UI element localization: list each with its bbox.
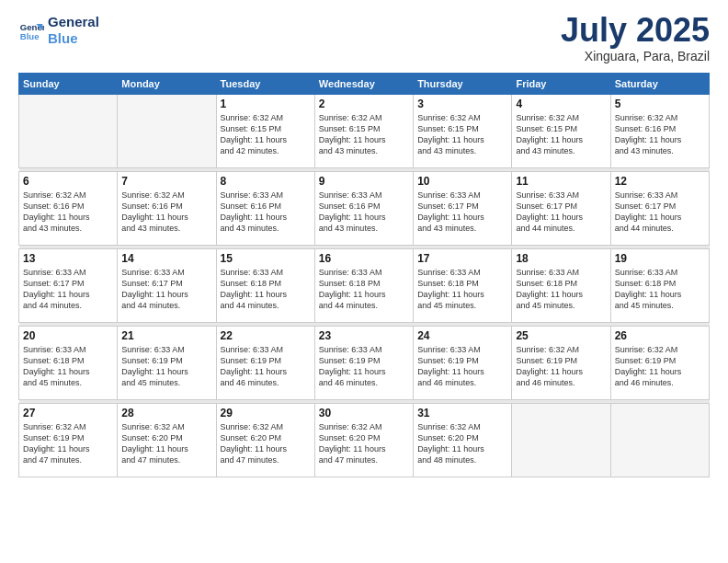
day-info: Sunrise: 6:33 AM Sunset: 6:16 PM Dayligh… [319, 190, 409, 235]
day-info: Sunrise: 6:33 AM Sunset: 6:18 PM Dayligh… [221, 267, 311, 312]
day-header: Saturday [610, 74, 709, 95]
day-info: Sunrise: 6:33 AM Sunset: 6:17 PM Dayligh… [615, 190, 705, 235]
day-number: 27 [23, 407, 113, 419]
day-number: 22 [221, 329, 311, 342]
day-info: Sunrise: 6:32 AM Sunset: 6:15 PM Dayligh… [319, 112, 409, 157]
calendar-cell: 2Sunrise: 6:32 AM Sunset: 6:15 PM Daylig… [314, 95, 413, 168]
calendar-cell: 31Sunrise: 6:32 AM Sunset: 6:20 PM Dayli… [414, 404, 512, 477]
day-header: Friday [512, 74, 610, 95]
calendar-cell [19, 95, 118, 168]
day-info: Sunrise: 6:32 AM Sunset: 6:16 PM Dayligh… [615, 112, 705, 157]
day-number: 12 [615, 175, 705, 188]
calendar-cell: 8Sunrise: 6:33 AM Sunset: 6:16 PM Daylig… [216, 172, 314, 246]
calendar-cell: 7Sunrise: 6:32 AM Sunset: 6:16 PM Daylig… [118, 172, 216, 246]
calendar-cell: 19Sunrise: 6:33 AM Sunset: 6:18 PM Dayli… [610, 249, 709, 323]
day-info: Sunrise: 6:32 AM Sunset: 6:19 PM Dayligh… [23, 421, 113, 466]
calendar-cell: 18Sunrise: 6:33 AM Sunset: 6:18 PM Dayli… [512, 249, 610, 323]
day-header: Tuesday [216, 74, 314, 95]
svg-text:Blue: Blue [20, 31, 40, 41]
calendar-cell: 24Sunrise: 6:33 AM Sunset: 6:19 PM Dayli… [414, 327, 512, 400]
day-info: Sunrise: 6:32 AM Sunset: 6:16 PM Dayligh… [121, 190, 211, 235]
calendar-cell: 13Sunrise: 6:33 AM Sunset: 6:17 PM Dayli… [19, 249, 118, 323]
day-info: Sunrise: 6:32 AM Sunset: 6:15 PM Dayligh… [516, 112, 606, 157]
day-number: 10 [417, 175, 507, 188]
day-number: 14 [121, 252, 211, 265]
day-number: 7 [121, 175, 211, 188]
calendar-cell: 9Sunrise: 6:33 AM Sunset: 6:16 PM Daylig… [314, 172, 413, 246]
day-info: Sunrise: 6:32 AM Sunset: 6:16 PM Dayligh… [23, 190, 113, 235]
calendar-cell: 21Sunrise: 6:33 AM Sunset: 6:19 PM Dayli… [118, 327, 216, 400]
day-number: 1 [221, 98, 311, 110]
day-number: 21 [121, 329, 211, 342]
calendar-cell: 22Sunrise: 6:33 AM Sunset: 6:19 PM Dayli… [216, 327, 314, 400]
calendar-cell: 5Sunrise: 6:32 AM Sunset: 6:16 PM Daylig… [610, 95, 709, 168]
day-header: Wednesday [314, 74, 413, 95]
day-info: Sunrise: 6:32 AM Sunset: 6:20 PM Dayligh… [221, 421, 311, 466]
day-number: 29 [221, 407, 311, 419]
day-info: Sunrise: 6:32 AM Sunset: 6:15 PM Dayligh… [417, 112, 507, 157]
day-info: Sunrise: 6:33 AM Sunset: 6:18 PM Dayligh… [615, 267, 705, 312]
logo: General Blue General Blue [18, 14, 99, 47]
day-number: 6 [23, 175, 113, 188]
day-number: 11 [516, 175, 606, 188]
day-number: 15 [221, 252, 311, 265]
day-number: 16 [319, 252, 409, 265]
calendar-cell: 15Sunrise: 6:33 AM Sunset: 6:18 PM Dayli… [216, 249, 314, 323]
day-info: Sunrise: 6:33 AM Sunset: 6:17 PM Dayligh… [516, 190, 606, 235]
day-number: 3 [417, 98, 507, 110]
calendar-cell: 4Sunrise: 6:32 AM Sunset: 6:15 PM Daylig… [512, 95, 610, 168]
day-number: 9 [319, 175, 409, 188]
day-number: 28 [121, 407, 211, 419]
day-number: 30 [319, 407, 409, 419]
day-info: Sunrise: 6:33 AM Sunset: 6:19 PM Dayligh… [221, 344, 311, 389]
day-number: 31 [417, 407, 507, 419]
day-info: Sunrise: 6:33 AM Sunset: 6:18 PM Dayligh… [23, 344, 113, 389]
day-number: 4 [516, 98, 606, 110]
location: Xinguara, Para, Brazil [561, 49, 710, 63]
day-number: 23 [319, 329, 409, 342]
day-info: Sunrise: 6:33 AM Sunset: 6:19 PM Dayligh… [319, 344, 409, 389]
calendar-cell: 30Sunrise: 6:32 AM Sunset: 6:20 PM Dayli… [314, 404, 413, 477]
calendar-cell: 27Sunrise: 6:32 AM Sunset: 6:19 PM Dayli… [19, 404, 118, 477]
day-number: 26 [615, 329, 705, 342]
calendar-cell: 1Sunrise: 6:32 AM Sunset: 6:15 PM Daylig… [216, 95, 314, 168]
day-info: Sunrise: 6:33 AM Sunset: 6:18 PM Dayligh… [516, 267, 606, 312]
calendar-cell: 14Sunrise: 6:33 AM Sunset: 6:17 PM Dayli… [118, 249, 216, 323]
day-info: Sunrise: 6:33 AM Sunset: 6:19 PM Dayligh… [417, 344, 507, 389]
calendar-cell: 20Sunrise: 6:33 AM Sunset: 6:18 PM Dayli… [19, 327, 118, 400]
title-section: July 2025 Xinguara, Para, Brazil [561, 14, 710, 63]
day-info: Sunrise: 6:33 AM Sunset: 6:17 PM Dayligh… [23, 267, 113, 312]
day-number: 20 [23, 329, 113, 342]
calendar-cell: 16Sunrise: 6:33 AM Sunset: 6:18 PM Dayli… [314, 249, 413, 323]
day-header: Monday [118, 74, 216, 95]
calendar-cell: 11Sunrise: 6:33 AM Sunset: 6:17 PM Dayli… [512, 172, 610, 246]
calendar-cell: 23Sunrise: 6:33 AM Sunset: 6:19 PM Dayli… [314, 327, 413, 400]
calendar-cell: 6Sunrise: 6:32 AM Sunset: 6:16 PM Daylig… [19, 172, 118, 246]
day-number: 18 [516, 252, 606, 265]
day-info: Sunrise: 6:33 AM Sunset: 6:16 PM Dayligh… [221, 190, 311, 235]
day-info: Sunrise: 6:33 AM Sunset: 6:17 PM Dayligh… [417, 190, 507, 235]
day-info: Sunrise: 6:33 AM Sunset: 6:18 PM Dayligh… [319, 267, 409, 312]
day-number: 19 [615, 252, 705, 265]
day-info: Sunrise: 6:33 AM Sunset: 6:18 PM Dayligh… [417, 267, 507, 312]
calendar-cell [512, 404, 610, 477]
day-number: 2 [319, 98, 409, 110]
day-info: Sunrise: 6:33 AM Sunset: 6:17 PM Dayligh… [121, 267, 211, 312]
day-number: 17 [417, 252, 507, 265]
calendar-cell: 17Sunrise: 6:33 AM Sunset: 6:18 PM Dayli… [414, 249, 512, 323]
calendar-cell: 3Sunrise: 6:32 AM Sunset: 6:15 PM Daylig… [414, 95, 512, 168]
day-info: Sunrise: 6:32 AM Sunset: 6:19 PM Dayligh… [516, 344, 606, 389]
calendar-cell: 28Sunrise: 6:32 AM Sunset: 6:20 PM Dayli… [118, 404, 216, 477]
day-number: 24 [417, 329, 507, 342]
calendar-cell [610, 404, 709, 477]
calendar-cell: 12Sunrise: 6:33 AM Sunset: 6:17 PM Dayli… [610, 172, 709, 246]
day-info: Sunrise: 6:32 AM Sunset: 6:20 PM Dayligh… [417, 421, 507, 466]
day-info: Sunrise: 6:32 AM Sunset: 6:19 PM Dayligh… [615, 344, 705, 389]
calendar: SundayMondayTuesdayWednesdayThursdayFrid… [18, 73, 710, 477]
calendar-cell: 26Sunrise: 6:32 AM Sunset: 6:19 PM Dayli… [610, 327, 709, 400]
calendar-cell: 25Sunrise: 6:32 AM Sunset: 6:19 PM Dayli… [512, 327, 610, 400]
day-info: Sunrise: 6:32 AM Sunset: 6:20 PM Dayligh… [319, 421, 409, 466]
day-info: Sunrise: 6:32 AM Sunset: 6:15 PM Dayligh… [221, 112, 311, 157]
month-title: July 2025 [561, 14, 710, 47]
calendar-cell: 10Sunrise: 6:33 AM Sunset: 6:17 PM Dayli… [414, 172, 512, 246]
